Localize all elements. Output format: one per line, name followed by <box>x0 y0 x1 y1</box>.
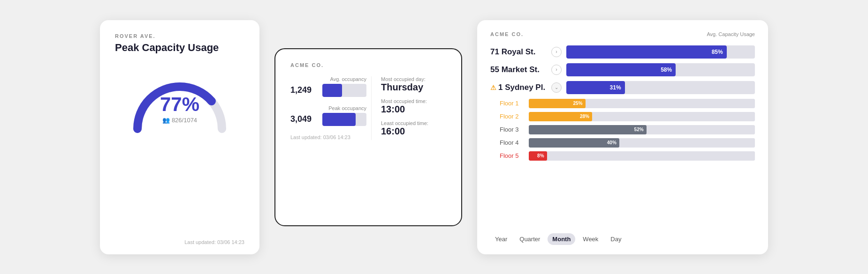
least-occupied-time-value: 16:00 <box>381 126 446 137</box>
floor-bar-fill-1: 28% <box>529 112 592 121</box>
loc-bar-track-1: 58% <box>566 63 755 76</box>
location-row-0: 71 Royal St. › 85% <box>490 45 755 59</box>
people-icon: 👥 <box>162 117 170 124</box>
location-row-1: 55 Market St. › 58% <box>490 63 755 76</box>
card3-header: ACME CO. Avg. Capacity Usage <box>490 31 755 40</box>
rover-last-updated: Last updated: 03/06 14:23 <box>184 239 244 245</box>
peak-bar-fill <box>322 113 356 126</box>
avg-bar-track <box>322 84 366 97</box>
loc-bar-pct-0: 85% <box>712 49 723 55</box>
floor-bar-track-2: 52% <box>529 125 755 134</box>
time-filter: Year Quarter Month Week Day <box>490 226 755 245</box>
least-occupied-time-label: Least occupied time: <box>381 120 446 126</box>
floor-row-1: Floor 2 28% <box>490 112 755 121</box>
gauge-container: 77% 👥 826/1074 <box>115 68 244 133</box>
floor-bar-pct-1: 28% <box>580 114 589 119</box>
floor-row-3: Floor 4 40% <box>490 138 755 148</box>
floor-bar-pct-3: 40% <box>607 140 617 145</box>
avg-capacity-label: Avg. Capacity Usage <box>707 31 755 37</box>
floor-bar-pct-4: 8% <box>537 153 544 158</box>
most-occupied-day-label: Most occupied day: <box>381 76 446 82</box>
floor-bar-pct-0: 25% <box>573 101 582 106</box>
floor-bar-fill-4: 8% <box>529 151 547 161</box>
loc-bar-pct-2: 31% <box>610 84 621 91</box>
time-btn-week[interactable]: Week <box>578 233 603 245</box>
floors-container: Floor 1 25% Floor 2 28% Floor 3 52% <box>490 99 755 164</box>
card2-bars: Avg. occupancy 1,249 Peak occupancy 3,04… <box>290 76 366 140</box>
chevron-btn-2[interactable]: ⌄ <box>551 82 562 93</box>
floor-name-4: Floor 5 <box>500 152 524 159</box>
acme-footer: Last updated: 03/06 14:23 <box>290 134 366 140</box>
card-rover-ave: ROVER AVE. Peak Capacity Usage 77% 👥 826… <box>100 20 259 254</box>
location-row-2: ⚠ 1 Sydney Pl. ⌄ 31% <box>490 81 755 94</box>
peak-occupancy-value: 3,049 <box>290 114 319 124</box>
avg-occupancy-value: 1,249 <box>290 85 319 95</box>
gauge-center: 77% 👥 826/1074 <box>160 93 199 124</box>
gauge-sub: 👥 826/1074 <box>160 117 199 124</box>
floor-name-1: Floor 2 <box>500 113 524 120</box>
peak-bar-track <box>322 113 366 126</box>
rover-card-title: Peak Capacity Usage <box>115 42 219 54</box>
chevron-btn-1[interactable]: › <box>551 65 562 75</box>
chevron-btn-0[interactable]: › <box>551 47 562 57</box>
time-btn-day[interactable]: Day <box>606 233 626 245</box>
acme2-company-label: ACME CO. <box>490 31 524 37</box>
rover-footer: Last updated: 03/06 14:23 <box>115 211 244 245</box>
loc-bar-track-2: 31% <box>566 81 755 94</box>
gauge-ratio: 826/1074 <box>172 117 197 124</box>
rover-company-label: ROVER AVE. <box>115 33 156 39</box>
peak-bar-row: 3,049 <box>290 113 366 126</box>
floor-bar-track-3: 40% <box>529 138 755 148</box>
location-name-2: ⚠ 1 Sydney Pl. <box>490 83 547 92</box>
time-btn-quarter[interactable]: Quarter <box>515 233 545 245</box>
floor-bar-track-0: 25% <box>529 99 755 108</box>
most-occupied-time-value: 13:00 <box>381 104 446 115</box>
time-btn-year[interactable]: Year <box>490 233 512 245</box>
most-occupied-time: Most occupied time: 13:00 <box>381 98 446 115</box>
floor-name-2: Floor 3 <box>500 126 524 133</box>
warning-icon-2: ⚠ <box>490 84 496 91</box>
location-name-0: 71 Royal St. <box>490 47 547 57</box>
most-occupied-time-label: Most occupied time: <box>381 98 446 104</box>
loc-bar-fill-2: 31% <box>566 81 625 94</box>
card-acme-locations: ACME CO. Avg. Capacity Usage 71 Royal St… <box>477 20 768 254</box>
floor-bar-fill-2: 52% <box>529 125 647 134</box>
floor-row-2: Floor 3 52% <box>490 125 755 134</box>
loc-bar-fill-0: 85% <box>566 45 727 59</box>
loc-bar-track-0: 85% <box>566 45 755 59</box>
most-occupied-day-value: Thursday <box>381 82 446 93</box>
least-occupied-time: Least occupied time: 16:00 <box>381 120 446 137</box>
acme-company-label: ACME CO. <box>290 62 446 68</box>
floor-row-4: Floor 5 8% <box>490 151 755 161</box>
floor-row-0: Floor 1 25% <box>490 99 755 108</box>
avg-occupancy-group: Avg. occupancy 1,249 <box>290 76 366 97</box>
avg-bar-row: 1,249 <box>290 84 366 97</box>
gauge-percent: 77% <box>160 93 199 116</box>
floor-bar-track-1: 28% <box>529 112 755 121</box>
time-btn-month[interactable]: Month <box>548 233 575 245</box>
stats-grid: Most occupied day: Thursday Most occupie… <box>371 76 446 140</box>
avg-occupancy-label: Avg. occupancy <box>290 76 366 82</box>
floor-name-0: Floor 1 <box>500 100 524 107</box>
floor-bar-track-4: 8% <box>529 151 755 161</box>
location-name-1: 55 Market St. <box>490 65 547 74</box>
peak-occupancy-group: Peak occupancy 3,049 <box>290 105 366 126</box>
loc-bar-pct-1: 58% <box>661 67 672 73</box>
peak-occupancy-label: Peak occupancy <box>290 105 366 111</box>
loc-bar-fill-1: 58% <box>566 63 676 76</box>
card2-inner: Avg. occupancy 1,249 Peak occupancy 3,04… <box>290 76 446 140</box>
floor-bar-fill-0: 25% <box>529 99 586 108</box>
card-acme-occupancy: ACME CO. Avg. occupancy 1,249 Peak occup… <box>274 48 462 226</box>
floor-bar-pct-2: 52% <box>634 127 644 132</box>
floor-name-3: Floor 4 <box>500 139 524 146</box>
avg-bar-fill <box>322 84 342 97</box>
most-occupied-day: Most occupied day: Thursday <box>381 76 446 93</box>
floor-bar-fill-3: 40% <box>529 138 619 148</box>
